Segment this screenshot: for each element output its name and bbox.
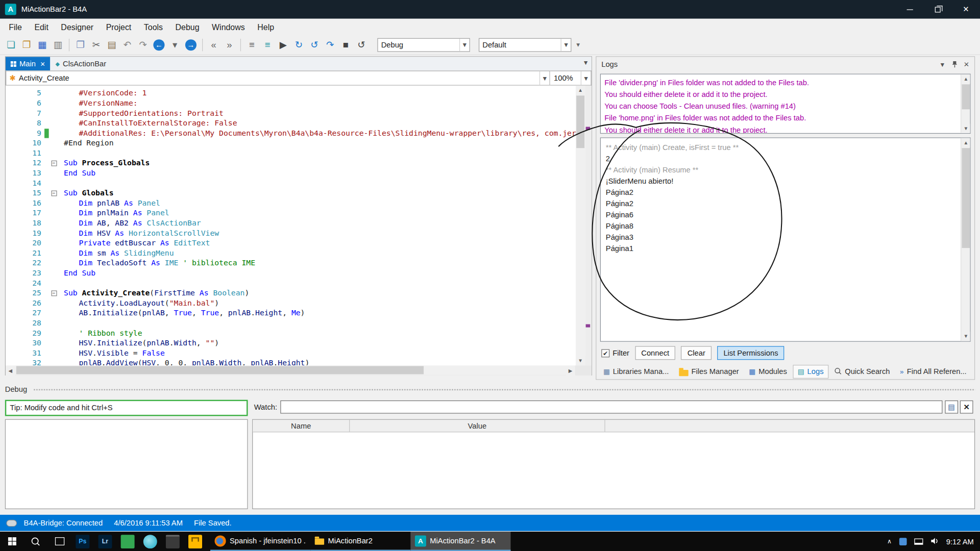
- resume-icon[interactable]: ↻: [291, 37, 306, 52]
- taskbar-app-store[interactable]: [184, 532, 206, 551]
- menu-item-debug[interactable]: Debug: [169, 22, 205, 31]
- tool-window-tab-find[interactable]: »Find All Referen...: [896, 365, 971, 378]
- log-warnings-box[interactable]: File 'divider.png' in Files folder was n…: [600, 73, 971, 134]
- connect-button[interactable]: Connect: [635, 346, 675, 360]
- scroll-down-icon[interactable]: ▼: [961, 123, 970, 133]
- step-over-icon[interactable]: ↷: [323, 37, 337, 52]
- start-button[interactable]: [0, 532, 24, 551]
- column-header-name[interactable]: Name: [253, 420, 350, 432]
- tool-window-tab-search[interactable]: Quick Search: [830, 365, 894, 379]
- close-panel-icon[interactable]: ✕: [964, 60, 969, 68]
- tab-overflow-caret[interactable]: ▼: [583, 59, 589, 66]
- zoom-combobox[interactable]: 100% ▼: [550, 70, 592, 85]
- taskbar-app-calculator[interactable]: [161, 532, 184, 551]
- new-file-icon[interactable]: ❏: [4, 37, 18, 52]
- copy-icon[interactable]: ❐: [73, 37, 87, 52]
- export-icon[interactable]: ▥: [51, 37, 65, 52]
- taskbar-app-lightroom[interactable]: Lr: [94, 532, 116, 551]
- column-header-value[interactable]: Value: [350, 420, 605, 432]
- scrollbar-track[interactable]: [15, 365, 566, 375]
- collapse-icon[interactable]: −: [51, 190, 57, 196]
- taskbar-app-green-app[interactable]: [116, 532, 139, 551]
- cut-icon[interactable]: ✂: [89, 37, 103, 52]
- watch-list-button[interactable]: ▤: [945, 400, 958, 414]
- paste-icon[interactable]: ▤: [105, 37, 119, 52]
- volume-icon[interactable]: [930, 536, 939, 547]
- scroll-right-icon[interactable]: ▶: [566, 366, 575, 375]
- close-button[interactable]: ✕: [952, 0, 980, 19]
- menu-item-help[interactable]: Help: [251, 22, 280, 31]
- editor-tab-main[interactable]: Main✕: [6, 57, 51, 70]
- watch-table[interactable]: Name Value: [252, 419, 975, 509]
- filter-checkbox[interactable]: ✔: [601, 349, 609, 357]
- taskbar-search-button[interactable]: [24, 532, 48, 551]
- scrollbar-thumb[interactable]: [576, 95, 584, 148]
- editor-horizontal-scrollbar[interactable]: ◀ ▶: [6, 365, 592, 375]
- tool-window-tab-logs[interactable]: ▤Logs: [793, 365, 828, 379]
- tray-expand-icon[interactable]: ∧: [887, 538, 892, 544]
- taskbar-app-browser[interactable]: [139, 532, 161, 551]
- member-navigation-combobox[interactable]: ✱ Activity_Create ▼: [6, 70, 550, 85]
- network-icon[interactable]: [914, 538, 923, 544]
- tool-window-tab-folder[interactable]: Files Manager: [674, 365, 743, 378]
- window-position-caret[interactable]: ▼: [939, 61, 945, 67]
- build-config-combobox[interactable]: Default ▼: [479, 38, 571, 52]
- pin-icon[interactable]: [951, 61, 958, 68]
- undo-icon[interactable]: ↶: [120, 37, 134, 52]
- editor-vertical-scrollbar[interactable]: ▲ ▼: [576, 86, 585, 366]
- debug-variables-box[interactable]: [5, 419, 248, 509]
- debug-mode-combobox[interactable]: Debug ▼: [377, 38, 470, 52]
- editor-tab-clsactionbar[interactable]: ◆ClsActionBar: [51, 57, 111, 70]
- scrollbar-thumb[interactable]: [962, 84, 970, 109]
- menu-item-edit[interactable]: Edit: [28, 22, 55, 31]
- save-icon[interactable]: ▦: [35, 37, 50, 52]
- redo-icon[interactable]: ↷: [136, 37, 150, 52]
- menu-item-designer[interactable]: Designer: [55, 22, 100, 31]
- collapse-icon[interactable]: −: [51, 160, 57, 166]
- tool-window-tab-modules[interactable]: ▦Modules: [745, 365, 792, 378]
- taskbar-app-photoshop[interactable]: Ps: [71, 532, 94, 551]
- list-permissions-button[interactable]: List Permissions: [717, 346, 785, 360]
- nav-back-icon[interactable]: ←: [153, 39, 164, 51]
- warnings-scrollbar[interactable]: ▲ ▼: [961, 74, 970, 133]
- stop-icon[interactable]: ■: [338, 37, 353, 52]
- minimize-button[interactable]: [895, 0, 923, 19]
- log-scrollbar[interactable]: ▲ ▼: [961, 138, 970, 341]
- run-icon[interactable]: ▶: [276, 37, 290, 52]
- tray-app-icon[interactable]: [899, 538, 907, 545]
- watch-clear-button[interactable]: ✕: [960, 400, 973, 414]
- menu-item-project[interactable]: Project: [100, 22, 137, 31]
- clear-button[interactable]: Clear: [681, 346, 712, 360]
- step-into-icon[interactable]: ↺: [307, 37, 322, 52]
- close-tab-icon[interactable]: ✕: [40, 60, 45, 67]
- scroll-down-icon[interactable]: ▼: [576, 356, 585, 365]
- watch-input[interactable]: [280, 400, 942, 414]
- uncomment-icon[interactable]: ≡: [260, 37, 275, 52]
- scroll-down-icon[interactable]: ▼: [961, 332, 970, 341]
- taskbar-window-button[interactable]: MiActionBar2: [310, 532, 410, 551]
- task-view-button[interactable]: [47, 532, 71, 551]
- splitter-grip[interactable]: [33, 388, 975, 390]
- scroll-up-icon[interactable]: ▲: [961, 138, 970, 147]
- toolbar-overflow-caret[interactable]: ▾: [576, 41, 580, 49]
- comment-icon[interactable]: ≡: [244, 37, 259, 52]
- taskbar-window-button[interactable]: AMiActionBar2 - B4A: [410, 532, 510, 551]
- tool-window-tab-libraries[interactable]: ▦Libraries Mana...: [599, 365, 673, 378]
- scroll-up-icon[interactable]: ▲: [576, 86, 585, 95]
- nav-forward-icon[interactable]: →: [185, 39, 197, 51]
- scroll-up-icon[interactable]: ▲: [961, 74, 970, 84]
- outdent-icon[interactable]: «: [207, 37, 221, 52]
- menu-item-windows[interactable]: Windows: [206, 22, 251, 31]
- log-output-box[interactable]: ** Activity (main) Create, isFirst = tru…: [600, 137, 971, 341]
- scrollbar-thumb[interactable]: [16, 366, 424, 374]
- indent-icon[interactable]: »: [222, 37, 236, 52]
- scroll-left-icon[interactable]: ◀: [6, 366, 15, 375]
- restore-button[interactable]: [924, 0, 952, 19]
- nav-history-caret[interactable]: ▾: [168, 37, 182, 52]
- open-project-icon[interactable]: ❐: [19, 37, 34, 52]
- collapse-icon[interactable]: −: [51, 290, 57, 296]
- menu-item-file[interactable]: File: [3, 22, 28, 31]
- code-editor[interactable]: 5#VersionCode: 16#VersionName:7#Supporte…: [6, 86, 592, 366]
- taskbar-window-button[interactable]: Spanish - jfeinstein10 ...: [210, 532, 310, 551]
- taskbar-clock[interactable]: 9:12 AM: [946, 537, 974, 545]
